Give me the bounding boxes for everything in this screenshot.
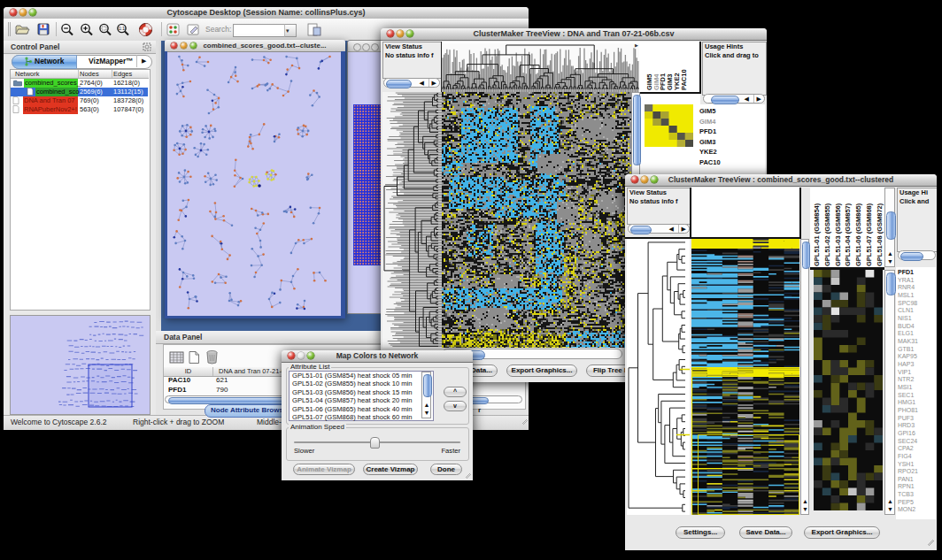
svg-text:1:1: 1:1 bbox=[119, 26, 125, 31]
